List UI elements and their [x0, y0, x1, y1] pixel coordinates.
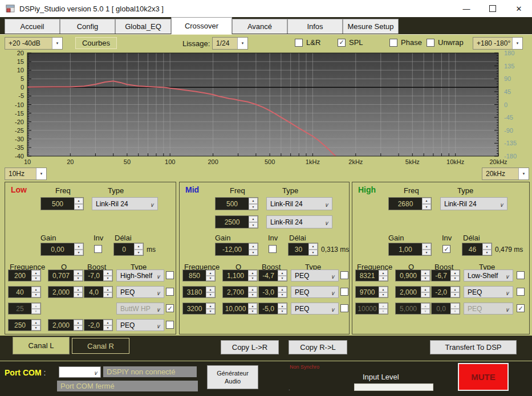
eq-q-spinner[interactable]: 10,000	[222, 303, 258, 315]
spin-up-icon[interactable]	[278, 270, 287, 276]
spin-down-icon[interactable]	[206, 292, 215, 298]
tab-global-eq[interactable]: Global_EQ	[115, 19, 171, 34]
eq-boost-spinner[interactable]: 4,0	[84, 286, 113, 298]
tab-avance[interactable]: Avancé	[232, 19, 287, 34]
xover-type-select[interactable]: Link-Ril 24	[440, 197, 507, 210]
spin-down-icon[interactable]	[248, 292, 257, 298]
eq-bypass-checkbox[interactable]: ✓	[166, 304, 174, 312]
eq-boost-spinner[interactable]: -2,0	[431, 286, 460, 298]
courbes-button[interactable]: Courbes	[75, 37, 117, 49]
spin-up-icon[interactable]	[248, 270, 257, 276]
eq-boost-spinner[interactable]: -6,7	[431, 270, 460, 281]
spin-down-icon[interactable]	[134, 250, 143, 256]
eq-q-spinner[interactable]: 2,700	[222, 286, 258, 298]
spinner-buttons[interactable]	[421, 287, 430, 297]
spin-up-icon[interactable]	[450, 287, 460, 292]
delay-spinner[interactable]: 46	[462, 243, 492, 256]
copy-lr-button[interactable]: Copy L->R	[221, 340, 279, 354]
spin-up-icon[interactable]	[379, 287, 388, 292]
canal-r-tab[interactable]: Canal R	[72, 338, 129, 354]
spin-down-icon[interactable]	[450, 292, 460, 298]
spinner-buttons[interactable]	[482, 243, 492, 255]
canal-l-tab[interactable]: Canal L	[13, 337, 70, 354]
tab-infos[interactable]: Infos	[287, 19, 343, 34]
spin-down-icon[interactable]	[482, 250, 492, 256]
copy-rl-button[interactable]: Copy R->L	[289, 340, 347, 354]
spinner-buttons[interactable]	[74, 270, 83, 281]
eq-boost-spinner[interactable]: -5,0	[258, 303, 287, 315]
eq-q-spinner[interactable]: 2,000	[395, 286, 431, 298]
spin-up-icon[interactable]	[248, 303, 257, 309]
spin-up-icon[interactable]	[482, 243, 492, 250]
minimize-button[interactable]: —	[453, 0, 480, 17]
spin-down-icon[interactable]	[308, 250, 318, 256]
spinner-buttons[interactable]	[103, 287, 112, 297]
spin-up-icon[interactable]	[278, 287, 287, 292]
eq-bypass-checkbox[interactable]	[166, 271, 174, 279]
spinner-buttons[interactable]	[249, 216, 258, 228]
eq-bypass-checkbox[interactable]	[517, 288, 525, 296]
eq-freq-spinner[interactable]: 3180	[182, 286, 216, 298]
checkbox-box[interactable]	[427, 39, 434, 47]
spinner-buttons[interactable]	[31, 287, 40, 297]
spin-down-icon[interactable]	[249, 250, 258, 256]
spinner-buttons[interactable]	[249, 243, 258, 255]
spinner-buttons[interactable]	[206, 270, 215, 281]
spin-up-icon[interactable]	[74, 287, 83, 292]
spinner-buttons[interactable]	[422, 243, 431, 255]
tab-accueil[interactable]: Accueil	[5, 19, 60, 34]
eq-type-select[interactable]: High-Shelf	[116, 270, 164, 281]
spinner-buttons[interactable]	[278, 270, 287, 281]
eq-q-spinner[interactable]: 1,100	[222, 270, 258, 281]
xover-freq-spinner[interactable]: 500	[215, 197, 258, 210]
freq-max-select[interactable]: 20kHz	[482, 168, 529, 180]
spin-down-icon[interactable]	[278, 309, 287, 315]
spin-down-icon[interactable]	[31, 292, 40, 298]
spin-down-icon[interactable]	[278, 276, 287, 281]
spin-up-icon[interactable]	[379, 270, 388, 276]
spin-up-icon[interactable]	[278, 303, 287, 309]
spin-down-icon[interactable]	[248, 276, 257, 281]
eq-q-spinner[interactable]: 2,000	[48, 286, 83, 298]
transfer-to-dsp-button[interactable]: Transfert To DSP	[430, 340, 517, 354]
eq-bypass-checkbox[interactable]	[166, 288, 174, 296]
inv-checkbox[interactable]	[269, 245, 277, 253]
spin-up-icon[interactable]	[421, 270, 430, 276]
eq-freq-spinner[interactable]: 850	[182, 270, 216, 281]
spin-up-icon[interactable]	[103, 270, 112, 276]
spin-down-icon[interactable]	[74, 250, 83, 256]
spinner-buttons[interactable]	[248, 270, 257, 281]
spinner-buttons[interactable]	[206, 287, 215, 297]
checkbox-box[interactable]: ✓	[338, 39, 346, 47]
db-range-select[interactable]: +20 -40dB	[5, 37, 63, 50]
spinner-buttons[interactable]	[206, 303, 215, 314]
spin-down-icon[interactable]	[103, 292, 112, 298]
gain-spinner[interactable]: 1,00	[388, 243, 432, 256]
spinner-buttons[interactable]	[278, 287, 287, 297]
spin-up-icon[interactable]	[450, 270, 460, 276]
spin-down-icon[interactable]	[103, 276, 112, 281]
spin-up-icon[interactable]	[248, 287, 257, 292]
eq-boost-spinner[interactable]: -4,7	[258, 270, 287, 281]
xover-type-select[interactable]: Link-Ril 24	[266, 197, 332, 210]
inv-checkbox[interactable]	[94, 245, 102, 253]
spinner-buttons[interactable]	[421, 270, 430, 281]
spin-up-icon[interactable]	[31, 270, 40, 276]
spin-up-icon[interactable]	[31, 287, 40, 292]
spinner-buttons[interactable]	[248, 303, 257, 314]
eq-freq-spinner[interactable]: 250	[8, 319, 41, 331]
spin-down-icon[interactable]	[249, 222, 258, 228]
spin-up-icon[interactable]	[103, 320, 112, 325]
spin-up-icon[interactable]	[422, 198, 431, 204]
xover-freq-spinner[interactable]: 500	[40, 197, 84, 210]
freq-min-select[interactable]: 10Hz	[5, 168, 47, 180]
spinner-buttons[interactable]	[249, 198, 258, 210]
spinner-buttons[interactable]	[103, 270, 112, 281]
spin-up-icon[interactable]	[74, 243, 83, 250]
eq-bypass-checkbox[interactable]	[340, 288, 348, 296]
eq-bypass-checkbox[interactable]	[517, 271, 525, 279]
eq-boost-spinner[interactable]: -2,0	[84, 319, 113, 331]
spinner-buttons[interactable]	[134, 243, 143, 255]
spin-up-icon[interactable]	[421, 287, 430, 292]
spinner-buttons[interactable]	[74, 320, 83, 330]
